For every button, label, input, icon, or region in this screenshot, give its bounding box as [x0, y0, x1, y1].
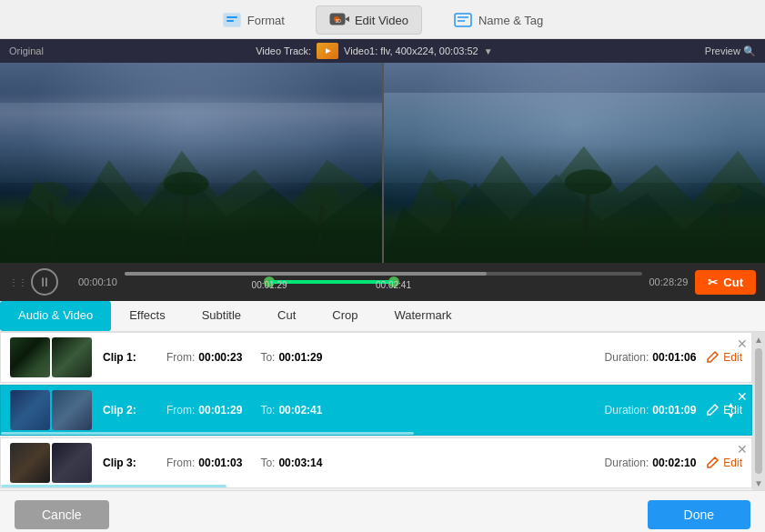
scroll-down-arrow[interactable]: ▼: [753, 477, 764, 488]
edit-video-tab-label: Edit Video: [355, 14, 408, 27]
clip-2-thumbnails: [10, 390, 92, 430]
clip-2-edit-icon: [705, 403, 720, 417]
clip-2-from-field: From: 00:01:29: [166, 404, 242, 417]
svg-line-12: [50, 196, 55, 263]
video-header: Original Video Track: ▶ Video1: flv, 400…: [0, 39, 765, 63]
clip-1-thumb-2: [52, 337, 92, 377]
video-track-thumb: ▶: [317, 43, 338, 59]
clip-1-edit-button[interactable]: Edit: [705, 350, 742, 365]
tab-crop-label: Crop: [332, 308, 357, 322]
clip-3-edit-button[interactable]: Edit: [705, 456, 742, 470]
scroll-thumb[interactable]: [755, 348, 762, 474]
video-panels: [0, 63, 765, 263]
svg-line-20: [451, 195, 456, 263]
clip-2-scroll-down[interactable]: ▼: [727, 411, 735, 420]
clip-2-scroll-up[interactable]: ▲: [727, 400, 735, 409]
cut-button[interactable]: ✂ Cut: [695, 270, 756, 295]
svg-text:3D: 3D: [335, 18, 341, 24]
video-info-dropdown-arrow[interactable]: ▼: [484, 46, 493, 56]
cut-scissors-icon: ✂: [708, 276, 718, 289]
video-bg-preview: [384, 63, 766, 263]
clip-row-3[interactable]: ✕ Clip 3: From: 00:01:03 To: 00:03: [0, 437, 752, 488]
tab-subtitle[interactable]: Subtitle: [184, 301, 259, 331]
tab-cut-label: Cut: [277, 308, 296, 322]
clips-list: ✕ Clip 1: From: 00:00:23 To: 00:01: [0, 332, 765, 490]
scrollbar-track: ▲ ▼: [752, 332, 765, 490]
svg-point-15: [164, 172, 209, 196]
timeline-filled: [125, 272, 487, 276]
clip-3-thumb-2: [52, 443, 92, 483]
tab-name-tag[interactable]: Name & Tag: [440, 6, 556, 34]
clip-1-to-value: 00:01:29: [278, 351, 322, 364]
tab-crop[interactable]: Crop: [314, 301, 376, 331]
handle2-time-label: 00:02:41: [376, 280, 411, 290]
clip-row-2[interactable]: ✕ Clip 2: From: 00:01:29 To: 00:02: [0, 385, 752, 436]
clip-3-progress-bar: [1, 485, 751, 487]
clip-3-from-field: From: 00:01:03: [166, 457, 242, 469]
clip-2-actions: Edit: [705, 403, 742, 417]
svg-line-16: [318, 200, 323, 263]
format-tab-label: Format: [247, 14, 285, 27]
tab-watermark[interactable]: Watermark: [376, 301, 469, 331]
svg-marker-11: [0, 169, 382, 263]
clips-section: ✕ Clip 1: From: 00:00:23 To: 00:01: [0, 332, 765, 490]
video-area: Original Video Track: ▶ Video1: flv, 400…: [0, 39, 765, 301]
clip-1-edit-icon: [705, 350, 720, 365]
clip-3-name: Clip 3:: [103, 457, 148, 469]
svg-marker-18: [384, 146, 766, 263]
clip-1-actions: Edit: [705, 350, 742, 365]
cancel-button[interactable]: Cancle: [15, 500, 109, 529]
clips-content: ✕ Clip 1: From: 00:00:23 To: 00:01: [0, 332, 765, 490]
tab-cut[interactable]: Cut: [259, 301, 314, 331]
clip-2-to-field: To: 00:02:41: [260, 404, 322, 417]
clip-1-from-label: From:: [166, 351, 195, 364]
clip-row-1[interactable]: ✕ Clip 1: From: 00:00:23 To: 00:01: [0, 332, 752, 383]
clip-3-to-value: 00:03:14: [278, 457, 322, 469]
svg-marker-4: [345, 16, 349, 22]
tab-audio-video[interactable]: Audio & Video: [0, 301, 111, 331]
tab-edit-video[interactable]: 3D Edit Video: [316, 5, 422, 35]
done-button[interactable]: Done: [648, 500, 750, 529]
svg-point-21: [431, 179, 471, 201]
clip-3-close-button[interactable]: ✕: [737, 442, 748, 457]
video-track-label: Video Track:: [256, 45, 311, 56]
clip-2-duration-field: Duration: 00:01:09: [605, 404, 697, 417]
top-nav: Format 3D Edit Video Name & Tag: [0, 0, 765, 39]
clip-1-to-label: To:: [260, 351, 275, 364]
scroll-up-arrow[interactable]: ▲: [753, 334, 764, 345]
clip-3-duration-field: Duration: 00:02:10: [605, 457, 697, 469]
content-wrapper: Original Video Track: ▶ Video1: flv, 400…: [0, 39, 765, 531]
clip-1-from-value: 00:00:23: [198, 351, 242, 364]
clip-2-edit-button[interactable]: Edit: [705, 403, 742, 417]
clip-3-to-label: To:: [260, 457, 275, 469]
clip-2-to-value: 00:02:41: [278, 404, 322, 417]
svg-marker-19: [384, 174, 766, 263]
pause-button[interactable]: ⏸: [31, 268, 58, 296]
svg-point-25: [707, 184, 741, 204]
svg-point-23: [564, 169, 611, 195]
svg-marker-10: [0, 151, 382, 263]
pause-icon: ⏸: [38, 275, 51, 289]
name-tag-tab-label: Name & Tag: [478, 14, 543, 27]
tab-effects[interactable]: Effects: [111, 301, 184, 331]
timeline-track-wrapper[interactable]: 00:01:29 00:02:41: [125, 272, 642, 292]
video-header-left: Original: [9, 45, 44, 56]
video-track-info: Video Track: ▶ Video1: flv, 400x224, 00:…: [256, 43, 492, 59]
clip-3-duration-label: Duration:: [605, 457, 649, 469]
clip-3-progress-fill: [1, 485, 226, 487]
tab-format[interactable]: Format: [209, 6, 297, 34]
clip-2-from-value: 00:01:29: [198, 404, 242, 417]
timeline-selection: [269, 280, 393, 284]
svg-point-17: [307, 187, 339, 206]
clip-3-duration-value: 00:02:10: [652, 457, 696, 469]
clip-2-scroll-arrows: ▲ ▼: [727, 400, 735, 420]
clip-2-progress-fill: [1, 432, 414, 435]
clip-2-close-button[interactable]: ✕: [737, 389, 748, 404]
preview-button[interactable]: Preview 🔍: [705, 45, 756, 57]
video-info-text: Video1: flv, 400x224, 00:03:52: [344, 45, 478, 56]
clip-1-close-button[interactable]: ✕: [737, 336, 748, 351]
clip-2-thumb-2: [52, 390, 92, 430]
clip-3-to-field: To: 00:03:14: [260, 457, 322, 469]
tab-effects-label: Effects: [129, 308, 166, 322]
svg-line-14: [182, 188, 186, 264]
